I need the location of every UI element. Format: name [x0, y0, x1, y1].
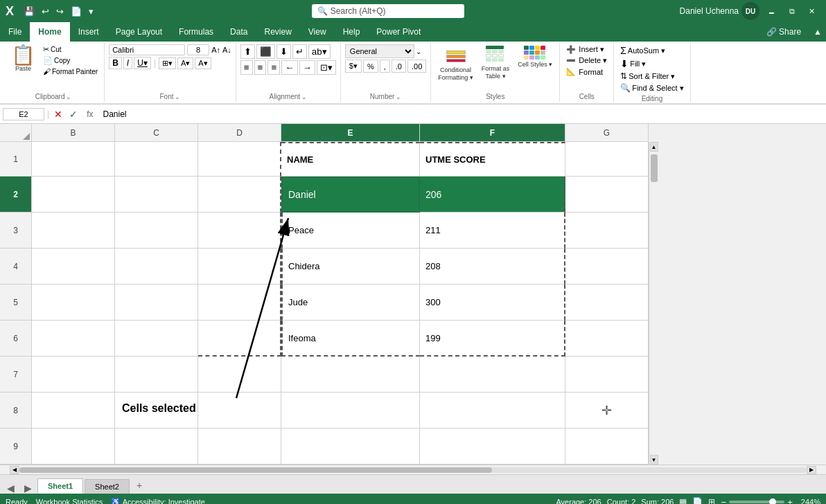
cell-f4[interactable]: 208: [420, 249, 565, 285]
page-break-view-btn[interactable]: ⊞: [708, 497, 715, 504]
number-format-select[interactable]: General: [345, 44, 414, 58]
number-format-expand-icon[interactable]: ⌄: [416, 48, 421, 55]
cell-g2[interactable]: [565, 177, 649, 213]
cell-c9[interactable]: [115, 429, 198, 465]
add-sheet-btn[interactable]: +: [131, 477, 148, 494]
sheet-tab-2[interactable]: Sheet2: [85, 479, 130, 494]
font-expand-icon[interactable]: ⌄: [175, 93, 180, 100]
underline-btn[interactable]: U▾: [134, 57, 151, 69]
align-top-btn[interactable]: ⬆: [240, 44, 255, 59]
insert-cells-btn[interactable]: ➕ Insert ▾: [564, 44, 606, 55]
row-header-3[interactable]: 3: [0, 213, 32, 249]
cell-g5[interactable]: [565, 285, 649, 321]
decrease-indent-btn[interactable]: ←: [281, 60, 297, 75]
cell-g8[interactable]: ✛: [565, 393, 649, 429]
col-header-g[interactable]: G: [565, 124, 649, 142]
cell-f9[interactable]: [420, 429, 565, 465]
sum-btn[interactable]: Σ AutoSum ▾: [618, 44, 667, 57]
cell-g6[interactable]: [565, 321, 649, 357]
cell-b5[interactable]: [32, 285, 115, 321]
cell-b3[interactable]: [32, 213, 115, 249]
tab-page-layout[interactable]: Page Layout: [107, 22, 170, 42]
h-scroll-track[interactable]: [19, 467, 807, 473]
find-select-btn[interactable]: 🔍 Find & Select ▾: [618, 82, 685, 93]
increase-decimal-btn[interactable]: .00: [407, 60, 426, 73]
italic-btn[interactable]: I: [123, 57, 132, 69]
cell-e1[interactable]: NAME: [281, 142, 420, 177]
align-middle-btn[interactable]: ⬛: [256, 44, 275, 59]
tab-view[interactable]: View: [300, 22, 335, 42]
scroll-right-btn[interactable]: ▶: [807, 466, 816, 474]
row-header-5[interactable]: 5: [0, 285, 32, 321]
cell-c4[interactable]: [115, 249, 198, 285]
zoom-out-btn[interactable]: −: [721, 497, 726, 505]
col-header-e[interactable]: E: [281, 124, 420, 142]
format-painter-btn[interactable]: 🖌Format Painter: [41, 66, 100, 76]
cell-c6[interactable]: [115, 321, 198, 357]
tab-power-pivot[interactable]: Power Pivot: [368, 22, 429, 42]
zoom-level[interactable]: 244%: [796, 498, 820, 504]
conditional-formatting-btn[interactable]: ConditionalFormatting ▾: [435, 44, 476, 83]
customize-quick-btn[interactable]: ▾: [86, 5, 96, 18]
tab-file[interactable]: File: [0, 22, 30, 42]
cell-e7[interactable]: [281, 357, 420, 393]
cell-d4[interactable]: [198, 249, 281, 285]
font-color-btn[interactable]: A▾: [195, 57, 211, 69]
share-btn[interactable]: 🔗 Share: [758, 22, 809, 42]
border-btn[interactable]: ⊞▾: [159, 57, 176, 69]
cell-d5[interactable]: [198, 285, 281, 321]
cell-c5[interactable]: [115, 285, 198, 321]
cell-g3[interactable]: [565, 213, 649, 249]
cell-d8[interactable]: [198, 393, 281, 429]
scroll-down-btn[interactable]: ▼: [650, 455, 658, 465]
scroll-left-btn[interactable]: ◀: [10, 466, 19, 474]
cell-styles-btn[interactable]: Cell Styles ▾: [515, 44, 555, 70]
cell-e8[interactable]: [281, 393, 420, 429]
fill-btn[interactable]: ⬇ Fill ▾: [618, 57, 648, 70]
col-header-f[interactable]: F: [420, 124, 565, 142]
cell-b6[interactable]: [32, 321, 115, 357]
col-header-d[interactable]: D: [198, 124, 281, 142]
cut-btn[interactable]: ✂Cut: [41, 44, 100, 55]
page-layout-view-btn[interactable]: 📄: [692, 497, 703, 504]
new-quick-btn[interactable]: 📄: [68, 5, 85, 18]
row-header-9[interactable]: 9: [0, 429, 32, 465]
col-header-b[interactable]: B: [32, 124, 115, 142]
align-center-btn[interactable]: ≡: [254, 60, 267, 75]
cell-c3[interactable]: [115, 213, 198, 249]
zoom-slider[interactable]: [729, 501, 784, 503]
fill-color-btn[interactable]: A▾: [177, 57, 193, 69]
row-header-8[interactable]: 8: [0, 393, 32, 429]
confirm-formula-btn[interactable]: ✓: [67, 109, 80, 120]
merge-center-btn[interactable]: ⊡▾: [317, 60, 336, 75]
cell-d7[interactable]: [198, 357, 281, 393]
tab-home[interactable]: Home: [30, 22, 69, 42]
formula-input[interactable]: [100, 108, 823, 120]
fx-btn[interactable]: fx: [82, 109, 97, 119]
cell-b7[interactable]: [32, 357, 115, 393]
scroll-up-btn[interactable]: ▲: [650, 142, 658, 152]
zoom-in-btn[interactable]: +: [787, 497, 793, 505]
undo-quick-btn[interactable]: ↩: [39, 5, 52, 18]
bold-btn[interactable]: B: [109, 57, 122, 69]
cell-f3[interactable]: 211: [420, 213, 565, 249]
align-left-btn[interactable]: ≡: [240, 60, 253, 75]
redo-quick-btn[interactable]: ↪: [53, 5, 67, 18]
scroll-track[interactable]: [649, 152, 658, 455]
cell-e4[interactable]: Chidera: [281, 249, 420, 285]
cell-f2[interactable]: 206: [420, 177, 565, 213]
cell-g1[interactable]: [565, 142, 649, 177]
row-header-7[interactable]: 7: [0, 357, 32, 393]
cell-e2[interactable]: Daniel: [281, 177, 420, 213]
minimize-btn[interactable]: 🗕: [762, 4, 781, 18]
ribbon-collapse-btn[interactable]: ▲: [809, 22, 826, 42]
font-name-input[interactable]: [109, 44, 185, 55]
cell-d6[interactable]: [198, 321, 281, 357]
sheet-tab-1[interactable]: Sheet1: [37, 478, 83, 494]
cell-g7[interactable]: [565, 357, 649, 393]
paste-btn[interactable]: 📋 Paste: [7, 44, 39, 73]
cell-d3[interactable]: [198, 213, 281, 249]
workbook-stats[interactable]: Workbook Statistics: [36, 498, 103, 505]
vertical-scrollbar[interactable]: ▲ ▼: [649, 142, 658, 465]
cell-g9[interactable]: [565, 429, 649, 465]
